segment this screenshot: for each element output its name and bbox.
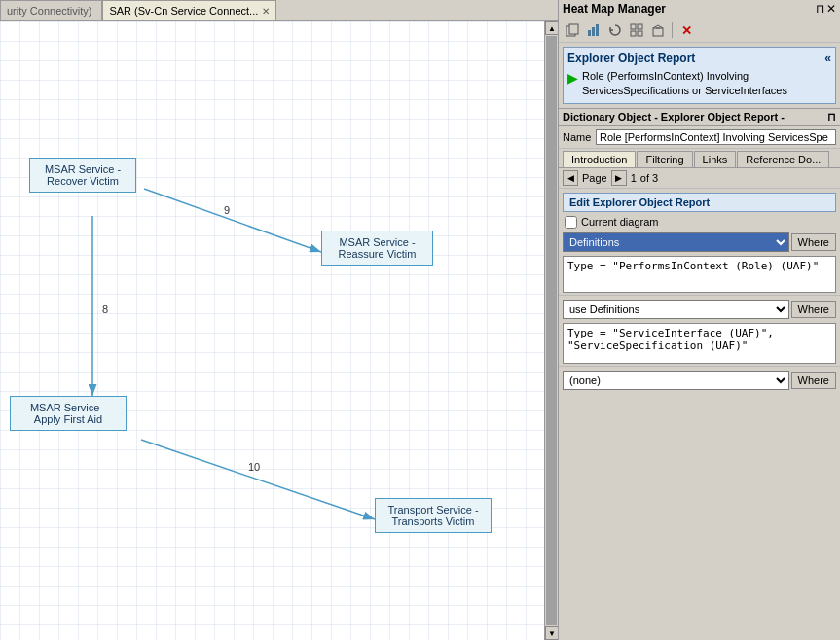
package-icon (651, 23, 665, 37)
none-select[interactable]: (none) Definitions Elements (563, 371, 789, 390)
node-reassure-victim-label: MSAR Service -Reassure Victim (339, 236, 417, 260)
toolbar-delete-btn[interactable]: ✕ (676, 20, 696, 40)
svg-line-1 (144, 189, 321, 252)
heatmap-title: Heat Map Manager (563, 2, 666, 16)
svg-line-5 (141, 440, 375, 519)
svg-rect-14 (631, 31, 636, 36)
tab-reference-docs-label: Reference Do... (746, 154, 821, 165)
definitions-select[interactable]: Definitions Elements Types (563, 232, 789, 252)
explorer-report-header: Explorer Object Report « (567, 52, 831, 65)
tab-connectivity[interactable]: urity Connectivity) (0, 0, 102, 20)
page-label: Page (582, 172, 607, 184)
svg-text:8: 8 (102, 303, 108, 315)
svg-rect-16 (653, 28, 663, 36)
toolbar-separator (672, 22, 673, 38)
pagination-row: ◀ Page ▶ 1 of 3 (559, 168, 840, 189)
separator-2 (559, 366, 840, 367)
node-transport-victim[interactable]: Transport Service -Transports Victim (375, 498, 492, 533)
role-item[interactable]: ▶ Role (PerformsInContext) Involving Ser… (567, 69, 831, 99)
use-definitions-select[interactable]: use Definitions Definitions Elements (563, 300, 789, 319)
tab-reference-docs[interactable]: Reference Do... (737, 151, 829, 167)
dictionary-panel: Dictionary Object - Explorer Object Repo… (559, 109, 840, 640)
tab-links-label: Links (703, 154, 728, 165)
tab-introduction-label: Introduction (571, 154, 627, 165)
chart-icon (587, 23, 601, 37)
dict-name-row: Name Role [PerformsInContext] Involving … (559, 126, 840, 149)
svg-rect-10 (592, 27, 595, 36)
diagram-scrollbar[interactable]: ▲ ▼ (544, 21, 558, 640)
node-apply-first-aid[interactable]: MSAR Service -Apply First Aid (10, 396, 127, 431)
dict-name-value: Role [PerformsInContext] Involving Servi… (596, 129, 836, 145)
tab-sar[interactable]: SAR (Sv-Cn Service Connect... ✕ (102, 0, 276, 20)
role-text: Role (PerformsInContext) Involving Servi… (582, 69, 831, 99)
node-recover-victim[interactable]: MSAR Service -Recover Victim (29, 158, 136, 193)
heatmap-section: Heat Map Manager ⊓ ✕ (559, 0, 840, 109)
definitions-where-btn[interactable]: Where (791, 233, 836, 251)
toolbar-btn-4[interactable] (627, 20, 646, 40)
role-play-icon: ▶ (567, 70, 578, 86)
current-diagram-checkbox[interactable] (565, 216, 577, 229)
page-next-btn[interactable]: ▶ (611, 170, 627, 186)
svg-rect-12 (631, 24, 636, 29)
svg-rect-8 (569, 24, 578, 34)
svg-text:10: 10 (248, 461, 260, 473)
tab-bar: urity Connectivity) SAR (Sv-Cn Service C… (0, 0, 558, 21)
svg-text:9: 9 (224, 204, 230, 216)
svg-rect-15 (638, 31, 642, 36)
use-definitions-query: Type = "ServiceInterface (UAF)", "Servic… (563, 323, 836, 364)
svg-rect-13 (638, 24, 642, 29)
scroll-down-btn[interactable]: ▼ (545, 626, 558, 640)
explorer-report-title: Explorer Object Report (567, 52, 695, 65)
heatmap-window-controls: ⊓ ✕ (816, 2, 836, 16)
page-of: of 3 (640, 172, 658, 184)
tab-connectivity-label: urity Connectivity) (7, 5, 91, 17)
definitions-query: Type = "PerformsInContext (Role) (UAF)" (563, 256, 836, 293)
svg-rect-11 (596, 24, 599, 36)
heatmap-pin-icon[interactable]: ⊓ (816, 2, 824, 16)
separator-1 (559, 295, 840, 296)
heatmap-title-bar: Heat Map Manager ⊓ ✕ (559, 0, 840, 18)
use-definitions-select-row: use Definitions Definitions Elements Whe… (559, 298, 840, 321)
use-definitions-where-btn[interactable]: Where (791, 301, 836, 318)
edit-section-title: Edit Explorer Object Report (563, 193, 836, 212)
none-select-row: (none) Definitions Elements Where (559, 369, 840, 392)
page-prev-btn[interactable]: ◀ (563, 170, 578, 186)
definitions-select-row: Definitions Elements Types Where (559, 231, 840, 254)
node-reassure-victim[interactable]: MSAR Service -Reassure Victim (321, 231, 433, 266)
explorer-report-section: Explorer Object Report « ▶ Role (Perform… (563, 47, 836, 104)
toolbar-btn-2[interactable] (584, 20, 603, 40)
svg-rect-9 (588, 30, 591, 36)
page-current: 1 (631, 172, 637, 184)
tab-sar-label: SAR (Sv-Cn Service Connect... (109, 5, 258, 17)
refresh-icon (608, 23, 622, 37)
dict-title: Dictionary Object - Explorer Object Repo… (563, 111, 785, 123)
current-diagram-row: Current diagram (559, 214, 840, 231)
none-where-btn[interactable]: Where (791, 372, 836, 389)
connection-overlay: 9 8 10 (0, 21, 558, 640)
dict-pin-icon[interactable]: ⊓ (827, 111, 836, 124)
current-diagram-label: Current diagram (581, 216, 658, 228)
toolbar-btn-5[interactable] (648, 20, 668, 40)
node-transport-victim-label: Transport Service -Transports Victim (387, 504, 478, 527)
diagram-canvas: 9 8 10 MSAR Service -Recover Victim MSAR… (0, 21, 558, 640)
dict-tabs-row: Introduction Filtering Links Reference D… (559, 149, 840, 168)
toolbar-btn-1[interactable] (563, 20, 582, 40)
grid-icon (630, 23, 643, 37)
copy-icon (566, 23, 579, 37)
explorer-report-collapse-icon[interactable]: « (824, 52, 831, 65)
tab-introduction[interactable]: Introduction (563, 151, 636, 167)
toolbar-btn-3[interactable] (605, 20, 625, 40)
tab-filtering-label: Filtering (645, 154, 683, 165)
edit-section: Edit Explorer Object Report Current diag… (559, 189, 840, 640)
node-apply-first-aid-label: MSAR Service -Apply First Aid (30, 402, 106, 425)
heatmap-toolbar: ✕ (559, 18, 840, 43)
heatmap-close-icon[interactable]: ✕ (826, 2, 836, 16)
dict-name-label: Name (563, 131, 592, 143)
scroll-thumb[interactable] (546, 36, 557, 625)
tab-sar-close[interactable]: ✕ (262, 6, 270, 17)
node-recover-victim-label: MSAR Service -Recover Victim (45, 163, 121, 187)
scroll-up-btn[interactable]: ▲ (545, 21, 558, 35)
dict-title-bar: Dictionary Object - Explorer Object Repo… (559, 109, 840, 126)
tab-links[interactable]: Links (694, 151, 737, 167)
tab-filtering[interactable]: Filtering (637, 151, 692, 167)
